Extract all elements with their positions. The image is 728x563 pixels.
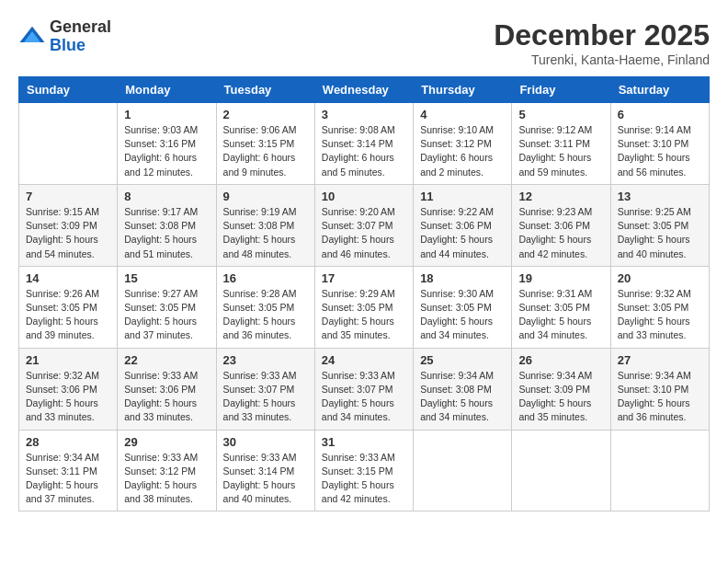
column-header-friday: Friday [512, 77, 610, 103]
day-cell: 23Sunrise: 9:33 AMSunset: 3:07 PMDayligh… [216, 348, 314, 430]
day-info: Sunrise: 9:33 AMSunset: 3:14 PMDaylight:… [223, 451, 308, 507]
day-number: 22 [124, 353, 209, 367]
calendar: SundayMondayTuesdayWednesdayThursdayFrid… [18, 76, 710, 511]
logo: General Blue [18, 18, 111, 55]
month-title: December 2025 [494, 18, 710, 52]
day-cell: 21Sunrise: 9:32 AMSunset: 3:06 PMDayligh… [19, 348, 118, 430]
day-cell: 3Sunrise: 9:08 AMSunset: 3:14 PMDaylight… [314, 103, 413, 185]
day-cell: 12Sunrise: 9:23 AMSunset: 3:06 PMDayligh… [512, 184, 610, 266]
day-cell: 11Sunrise: 9:22 AMSunset: 3:06 PMDayligh… [414, 184, 512, 266]
day-info: Sunrise: 9:12 AMSunset: 3:11 PMDaylight:… [518, 123, 603, 179]
day-info: Sunrise: 9:32 AMSunset: 3:05 PMDaylight:… [618, 287, 702, 343]
day-info: Sunrise: 9:14 AMSunset: 3:10 PMDaylight:… [618, 123, 702, 179]
day-cell: 24Sunrise: 9:33 AMSunset: 3:07 PMDayligh… [314, 348, 413, 430]
day-number: 7 [26, 190, 110, 203]
day-info: Sunrise: 9:15 AMSunset: 3:09 PMDaylight:… [26, 205, 110, 261]
day-number: 29 [124, 435, 209, 449]
header-row: SundayMondayTuesdayWednesdayThursdayFrid… [19, 77, 710, 103]
day-number: 3 [322, 108, 406, 121]
day-info: Sunrise: 9:06 AMSunset: 3:15 PMDaylight:… [223, 123, 308, 179]
day-cell: 13Sunrise: 9:25 AMSunset: 3:05 PMDayligh… [610, 184, 709, 266]
day-info: Sunrise: 9:23 AMSunset: 3:06 PMDaylight:… [518, 205, 603, 261]
day-number: 5 [518, 108, 603, 121]
day-info: Sunrise: 9:28 AMSunset: 3:05 PMDaylight:… [223, 287, 308, 343]
logo-blue-text: Blue [50, 37, 111, 55]
day-number: 18 [420, 271, 505, 285]
column-header-sunday: Sunday [19, 77, 118, 103]
day-info: Sunrise: 9:33 AMSunset: 3:15 PMDaylight:… [322, 451, 406, 507]
day-number: 11 [420, 190, 505, 203]
title-area: December 2025 Turenki, Kanta-Haeme, Finl… [494, 18, 710, 67]
day-cell: 10Sunrise: 9:20 AMSunset: 3:07 PMDayligh… [314, 184, 413, 266]
day-number: 24 [322, 353, 406, 367]
column-header-saturday: Saturday [610, 77, 709, 103]
day-number: 9 [223, 190, 308, 203]
day-info: Sunrise: 9:31 AMSunset: 3:05 PMDaylight:… [518, 287, 603, 343]
day-cell: 20Sunrise: 9:32 AMSunset: 3:05 PMDayligh… [610, 266, 709, 348]
day-cell: 28Sunrise: 9:34 AMSunset: 3:11 PMDayligh… [19, 430, 118, 511]
day-info: Sunrise: 9:22 AMSunset: 3:06 PMDaylight:… [420, 205, 505, 261]
day-info: Sunrise: 9:17 AMSunset: 3:08 PMDaylight:… [124, 205, 209, 261]
week-row-4: 21Sunrise: 9:32 AMSunset: 3:06 PMDayligh… [19, 348, 710, 430]
day-number: 28 [26, 435, 110, 449]
day-number: 21 [26, 353, 110, 367]
day-cell: 25Sunrise: 9:34 AMSunset: 3:08 PMDayligh… [414, 348, 512, 430]
day-info: Sunrise: 9:33 AMSunset: 3:07 PMDaylight:… [322, 369, 406, 425]
day-cell: 2Sunrise: 9:06 AMSunset: 3:15 PMDaylight… [216, 103, 314, 185]
day-info: Sunrise: 9:26 AMSunset: 3:05 PMDaylight:… [26, 287, 110, 343]
column-header-tuesday: Tuesday [216, 77, 314, 103]
day-number: 1 [124, 108, 209, 121]
day-cell [512, 430, 610, 511]
day-cell: 26Sunrise: 9:34 AMSunset: 3:09 PMDayligh… [512, 348, 610, 430]
day-info: Sunrise: 9:34 AMSunset: 3:08 PMDaylight:… [420, 369, 505, 425]
day-info: Sunrise: 9:03 AMSunset: 3:16 PMDaylight:… [124, 123, 209, 179]
day-number: 4 [420, 108, 505, 121]
day-number: 14 [26, 271, 110, 285]
location: Turenki, Kanta-Haeme, Finland [494, 52, 710, 67]
calendar-header: SundayMondayTuesdayWednesdayThursdayFrid… [19, 77, 710, 103]
logo-general-text: General [50, 18, 111, 37]
column-header-thursday: Thursday [414, 77, 512, 103]
day-number: 19 [518, 271, 603, 285]
day-cell: 5Sunrise: 9:12 AMSunset: 3:11 PMDaylight… [512, 103, 610, 185]
day-cell: 31Sunrise: 9:33 AMSunset: 3:15 PMDayligh… [314, 430, 413, 511]
day-number: 10 [322, 190, 406, 203]
day-cell: 19Sunrise: 9:31 AMSunset: 3:05 PMDayligh… [512, 266, 610, 348]
day-info: Sunrise: 9:33 AMSunset: 3:12 PMDaylight:… [124, 451, 209, 507]
day-info: Sunrise: 9:19 AMSunset: 3:08 PMDaylight:… [223, 205, 308, 261]
day-cell: 27Sunrise: 9:34 AMSunset: 3:10 PMDayligh… [610, 348, 709, 430]
calendar-body: 1Sunrise: 9:03 AMSunset: 3:16 PMDaylight… [19, 103, 710, 511]
day-number: 20 [618, 271, 702, 285]
day-cell: 30Sunrise: 9:33 AMSunset: 3:14 PMDayligh… [216, 430, 314, 511]
column-header-wednesday: Wednesday [314, 77, 413, 103]
logo-icon [18, 23, 46, 51]
column-header-monday: Monday [118, 77, 216, 103]
day-number: 26 [518, 353, 603, 367]
day-number: 13 [618, 190, 702, 203]
day-cell: 17Sunrise: 9:29 AMSunset: 3:05 PMDayligh… [314, 266, 413, 348]
day-cell [610, 430, 709, 511]
day-cell: 16Sunrise: 9:28 AMSunset: 3:05 PMDayligh… [216, 266, 314, 348]
day-info: Sunrise: 9:30 AMSunset: 3:05 PMDaylight:… [420, 287, 505, 343]
day-number: 16 [223, 271, 308, 285]
day-number: 6 [618, 108, 702, 121]
day-number: 25 [420, 353, 505, 367]
day-cell: 29Sunrise: 9:33 AMSunset: 3:12 PMDayligh… [118, 430, 216, 511]
day-cell: 6Sunrise: 9:14 AMSunset: 3:10 PMDaylight… [610, 103, 709, 185]
day-cell: 1Sunrise: 9:03 AMSunset: 3:16 PMDaylight… [118, 103, 216, 185]
day-cell: 9Sunrise: 9:19 AMSunset: 3:08 PMDaylight… [216, 184, 314, 266]
week-row-1: 1Sunrise: 9:03 AMSunset: 3:16 PMDaylight… [19, 103, 710, 185]
day-cell [414, 430, 512, 511]
day-number: 30 [223, 435, 308, 449]
day-info: Sunrise: 9:25 AMSunset: 3:05 PMDaylight:… [618, 205, 702, 261]
logo-text: General Blue [50, 18, 111, 55]
day-info: Sunrise: 9:34 AMSunset: 3:10 PMDaylight:… [618, 369, 702, 425]
day-info: Sunrise: 9:32 AMSunset: 3:06 PMDaylight:… [26, 369, 110, 425]
day-cell: 4Sunrise: 9:10 AMSunset: 3:12 PMDaylight… [414, 103, 512, 185]
day-cell [19, 103, 118, 185]
day-info: Sunrise: 9:34 AMSunset: 3:09 PMDaylight:… [518, 369, 603, 425]
day-info: Sunrise: 9:27 AMSunset: 3:05 PMDaylight:… [124, 287, 209, 343]
header: General Blue December 2025 Turenki, Kant… [18, 18, 710, 67]
week-row-5: 28Sunrise: 9:34 AMSunset: 3:11 PMDayligh… [19, 430, 710, 511]
day-number: 17 [322, 271, 406, 285]
